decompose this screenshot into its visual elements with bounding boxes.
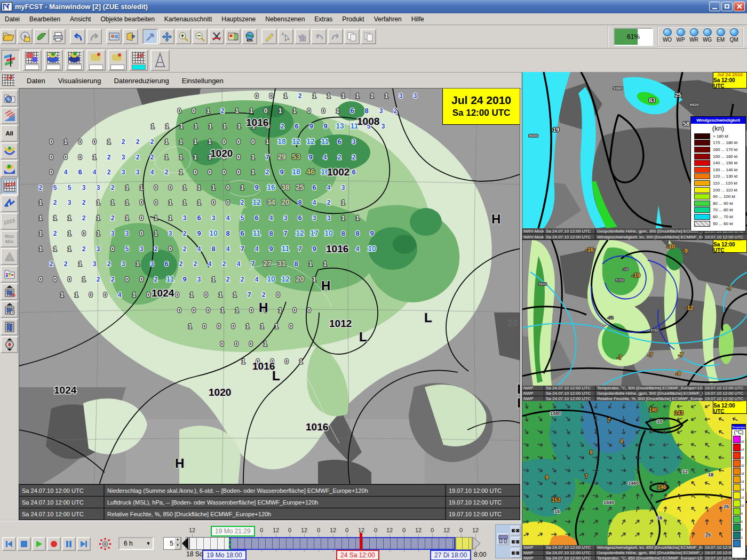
timeline-start-arrow[interactable] bbox=[181, 537, 189, 550]
layer-edit-button[interactable] bbox=[22, 50, 42, 71]
draw-tool-button[interactable] bbox=[261, 29, 277, 44]
scene-menu-item-datenreduzierung[interactable]: Datenreduzierung bbox=[107, 75, 175, 86]
grab-tool-button[interactable] bbox=[295, 29, 310, 44]
spinner-up-icon[interactable]: ▲ bbox=[174, 538, 181, 543]
record-button[interactable] bbox=[47, 537, 61, 551]
filled-contour-layer-button[interactable] bbox=[1, 160, 18, 177]
cut-region-button[interactable] bbox=[209, 29, 224, 44]
rotate-view-button[interactable] bbox=[1, 336, 18, 353]
legend-row: 150 ... 160 kt bbox=[691, 153, 745, 160]
pointer-tool-button[interactable] bbox=[142, 29, 158, 44]
open-button[interactable] bbox=[1, 29, 16, 44]
interval-dropdown[interactable]: 6 h ▼ bbox=[118, 537, 154, 550]
zoom-in-button[interactable] bbox=[176, 29, 191, 44]
grid-transfer-percent-button[interactable]: % bbox=[1, 283, 18, 300]
precip-value: 10 bbox=[324, 229, 333, 237]
hatching-layer-button[interactable] bbox=[1, 107, 18, 124]
copy-button[interactable] bbox=[344, 29, 360, 44]
wind-symbols-button[interactable] bbox=[1, 195, 18, 212]
menu-item-hilfe[interactable]: Hilfe bbox=[407, 14, 429, 25]
pressure-center-marker: H bbox=[491, 212, 500, 226]
scene-menu-item-visualisierung[interactable]: Visualisierung bbox=[52, 75, 108, 86]
maximize-button[interactable] bbox=[721, 2, 733, 11]
value-label-button[interactable]: 1015 bbox=[1, 213, 18, 230]
palette-button[interactable] bbox=[1, 266, 18, 283]
play-button[interactable] bbox=[32, 537, 46, 551]
undo-small-button[interactable] bbox=[311, 29, 327, 44]
layer-tools-button-1[interactable] bbox=[86, 50, 106, 71]
precip-value: 4 bbox=[208, 260, 212, 268]
timeline-past-segment[interactable] bbox=[189, 537, 229, 550]
precip-value: 0 bbox=[204, 291, 208, 299]
zoom-out-button[interactable] bbox=[192, 29, 208, 44]
spinner-down-icon[interactable]: ▼ bbox=[174, 543, 181, 549]
step-back-button[interactable] bbox=[2, 537, 16, 551]
link-scene-3-button[interactable] bbox=[511, 548, 520, 558]
menu-item-bearbeiten[interactable]: Bearbeiten bbox=[25, 14, 65, 25]
redo-small-button[interactable] bbox=[328, 29, 343, 44]
menu-item-extras[interactable]: Extras bbox=[309, 14, 337, 25]
grid-values-layer-button[interactable]: 7374 bbox=[1, 178, 18, 195]
menu-item-nebenszenen[interactable]: Nebenszenen bbox=[260, 14, 309, 25]
menu-item-datei[interactable]: Datei bbox=[0, 14, 25, 25]
animation-settings-button[interactable] bbox=[98, 537, 112, 551]
paste-button[interactable] bbox=[361, 29, 376, 44]
menu-item-objekte-bearbeiten[interactable]: Objekte bearbeiten bbox=[96, 14, 159, 25]
grid-transfer-time-button[interactable] bbox=[1, 301, 18, 318]
map-extract-button[interactable] bbox=[225, 29, 241, 44]
pause-button[interactable] bbox=[62, 537, 76, 551]
scene-menu-item-einstellungen[interactable]: Einstellungen bbox=[176, 75, 230, 86]
scene-switch-button[interactable] bbox=[123, 29, 138, 44]
timeline-range-segment[interactable] bbox=[229, 537, 455, 550]
select-object-button[interactable] bbox=[278, 29, 293, 44]
link-scene-1-button[interactable] bbox=[511, 526, 520, 535]
print-button[interactable] bbox=[50, 29, 66, 44]
legend-row: 70 ... 80 kt bbox=[691, 207, 745, 214]
pan-tool-button[interactable] bbox=[159, 29, 174, 44]
export-button[interactable] bbox=[34, 29, 49, 44]
main-weather-map[interactable]: 0012111111330012110110016832111111110269… bbox=[19, 88, 520, 484]
map-value-label: 9 bbox=[545, 475, 549, 481]
menu-item-kartenausschnitt[interactable]: Kartenausschnitt bbox=[160, 14, 217, 25]
layers-overview-button[interactable] bbox=[1, 50, 20, 71]
upper-air-500hpa-map[interactable]: -16-9-19-7-10-12-7-7-7-9564057005760-18-… bbox=[522, 240, 747, 386]
lower-air-850hpa-map[interactable]: 1401437997153146414601440148010121416182… bbox=[522, 401, 747, 545]
menu-item-produkt[interactable]: Produkt bbox=[337, 14, 369, 25]
menu-item-verfahren[interactable]: Verfahren bbox=[369, 14, 407, 25]
redo-button[interactable] bbox=[86, 29, 102, 44]
close-button[interactable] bbox=[734, 2, 745, 11]
layer-contour-blue-button[interactable] bbox=[44, 50, 63, 71]
step-forward-button[interactable] bbox=[77, 537, 91, 551]
minimize-button[interactable] bbox=[709, 2, 720, 11]
undo-button[interactable] bbox=[70, 29, 85, 44]
precip-value: 9 bbox=[255, 183, 258, 191]
timeline-tick-label: 12 bbox=[330, 527, 336, 533]
precip-value: 53 bbox=[292, 152, 301, 161]
isoline-layer-button[interactable] bbox=[1, 142, 18, 159]
menu-item-ansicht[interactable]: Ansicht bbox=[65, 14, 96, 25]
timeline-current-marker[interactable] bbox=[360, 533, 362, 550]
map-source-button[interactable] bbox=[1, 90, 18, 107]
stop-button[interactable] bbox=[17, 537, 31, 551]
maxmin-button[interactable]: Max Min bbox=[1, 230, 18, 247]
precip-value: 0 bbox=[222, 169, 226, 176]
link-all-scenes-button[interactable] bbox=[497, 533, 509, 545]
link-scene-2-button[interactable] bbox=[511, 537, 520, 547]
layer-contour-dark-button[interactable] bbox=[65, 50, 84, 71]
save-button[interactable] bbox=[17, 29, 33, 44]
delta-button[interactable] bbox=[1, 248, 18, 265]
scene-properties-button[interactable] bbox=[106, 29, 122, 44]
step-spinner[interactable]: 5 ▲▼ bbox=[163, 537, 181, 550]
all-layers-button[interactable]: All bbox=[1, 125, 18, 142]
layer-tools-button-2[interactable] bbox=[108, 50, 127, 71]
map-value-label: 9000 bbox=[529, 133, 538, 138]
draw-geometry-button[interactable] bbox=[150, 50, 170, 71]
grid-transfer-button[interactable] bbox=[1, 318, 18, 335]
layer-grid-values-button[interactable]: 14 bbox=[129, 50, 148, 71]
scale-km-button[interactable]: km bbox=[242, 29, 257, 44]
scene-menu-item-daten[interactable]: Daten bbox=[20, 75, 52, 86]
timeline-end-arrow[interactable] bbox=[472, 537, 481, 550]
precip-value: 0 bbox=[154, 199, 158, 206]
menu-item-hauptszene[interactable]: Hauptszene bbox=[217, 14, 260, 25]
timeline-future-segment[interactable] bbox=[455, 537, 472, 550]
